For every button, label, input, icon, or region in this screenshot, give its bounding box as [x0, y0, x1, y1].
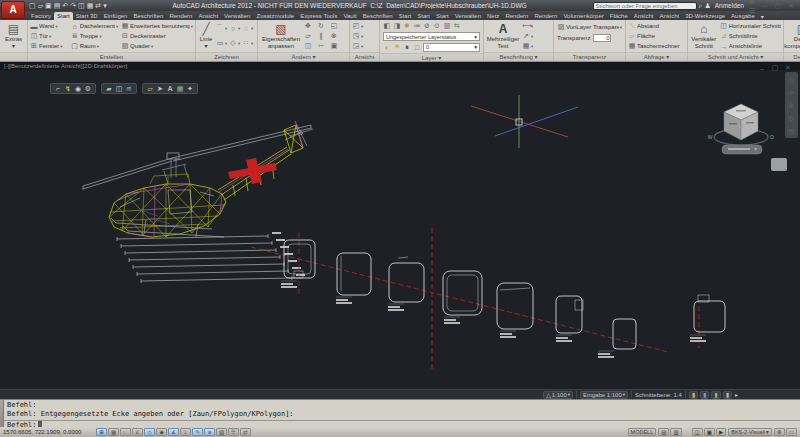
schieben-button[interactable]: ✥: [304, 21, 317, 30]
raster-toggle[interactable]: ▦: [108, 428, 119, 436]
pan-icon[interactable]: ✛: [788, 87, 796, 97]
ucs-world-icon[interactable]: ↯: [64, 84, 72, 94]
annotation-scale-button[interactable]: Eingabe 1:100 ▾: [580, 391, 628, 399]
kreis-button[interactable]: ○▾: [229, 24, 242, 33]
viewport-icon[interactable]: ◫: [115, 84, 123, 94]
osnap-settings-icon[interactable]: ✦: [186, 84, 194, 94]
flaeche-button[interactable]: ▱Fläche: [628, 31, 685, 41]
close-icon[interactable]: ✕: [787, 1, 797, 11]
ribbon-tab[interactable]: Rendern: [502, 12, 531, 20]
tuer-button[interactable]: ◫Tür▾: [30, 31, 69, 41]
vertikaler-schnitt-button[interactable]: ⌂ Vertikaler Schnitt: [690, 21, 718, 51]
panel-footer-zeichnen[interactable]: Zeichnen: [196, 52, 257, 61]
user-icon[interactable]: ♟: [704, 2, 710, 10]
ribbon-tab[interactable]: Start: [414, 12, 433, 20]
ucs-icon[interactable]: ⌐: [54, 84, 62, 94]
ribbon-tab[interactable]: Express Tools: [297, 12, 340, 20]
clean-screen-icon[interactable]: ▭: [786, 428, 797, 436]
schnelleigenschaften-toggle[interactable]: ☰: [228, 428, 239, 436]
search-icon[interactable]: ⌕: [699, 2, 703, 10]
annotation-visibility-icon[interactable]: ▮: [689, 391, 698, 399]
ribbon-tab[interactable]: Einfügen: [101, 12, 131, 20]
orbit-icon[interactable]: ↻: [788, 113, 796, 123]
dyn-eingabe-toggle[interactable]: ✎: [192, 428, 203, 436]
visual-style-icon[interactable]: ≋: [125, 84, 133, 94]
ribbon-tab[interactable]: Verwalten: [221, 12, 253, 20]
lock-icon[interactable]: ∎: [403, 42, 411, 52]
ribbon-tab[interactable]: Fläche: [607, 12, 631, 20]
layer-wechseln-icon[interactable]: ⇆: [453, 21, 461, 31]
search-input[interactable]: [593, 2, 697, 10]
qat-undo-icon[interactable]: ↶: [62, 1, 68, 11]
loeschen-button[interactable]: ⊗: [330, 31, 343, 40]
layer-isolieren-icon[interactable]: ✹: [403, 21, 411, 31]
detailkomponenten-button[interactable]: ▥ Detail­komponenten: [783, 21, 800, 51]
strecken-button[interactable]: ⇿: [317, 41, 330, 50]
bogen-button[interactable]: ⌒▾: [216, 24, 229, 33]
schnittlinie-button[interactable]: ⊿Schnittlinie: [720, 31, 781, 41]
deckenraster-button[interactable]: ⊟Deckenraster: [121, 31, 193, 41]
showmotion-icon[interactable]: ▤: [788, 126, 796, 136]
drawing-canvas[interactable]: N O S W [-][Benutzerdefinierte Ansicht][…: [0, 62, 800, 389]
ansichtfenster-button[interactable]: ◰▾: [352, 21, 376, 31]
ribbon-tab[interactable]: Start: [396, 12, 415, 20]
panel-footer-erstellen[interactable]: Erstellen: [28, 52, 195, 61]
annotation-auto-icon[interactable]: ▮: [700, 391, 709, 399]
ribbon-tab[interactable]: Rendern: [166, 12, 195, 20]
dwg-minimize-icon[interactable]: –: [758, 63, 766, 73]
drehen-button[interactable]: ↻: [317, 21, 330, 30]
ribbon-tab[interactable]: Volumenkörper: [560, 12, 606, 20]
bulb-icon[interactable]: ◐: [383, 42, 391, 52]
dachelement-button[interactable]: ⌂Dachelement▾: [71, 21, 119, 31]
qat-new-icon[interactable]: ▢: [29, 1, 36, 11]
quickview-drawings-icon[interactable]: ▣: [704, 428, 715, 436]
ribbon-tab[interactable]: Ansicht: [195, 12, 221, 20]
polygon-button[interactable]: ◇▾: [229, 39, 242, 48]
display-config-icon[interactable]: ▮: [711, 391, 720, 399]
ucs-origin-icon[interactable]: ◉: [74, 84, 82, 94]
ribbon-tab[interactable]: Start: [433, 12, 452, 20]
color-swatch-icon[interactable]: □: [413, 42, 421, 52]
navigation-bar-menu[interactable]: [771, 158, 787, 171]
panel-footer-beschriftung[interactable]: Beschriftung ▾: [484, 52, 553, 61]
ribbon-tab[interactable]: Ansicht: [656, 12, 682, 20]
steering-wheel-icon[interactable]: ◎: [788, 74, 796, 84]
autoplay-icon[interactable]: ▶: [716, 428, 726, 436]
qat-plot-icon[interactable]: ▤: [54, 1, 61, 11]
qat-redo-icon[interactable]: ↷: [70, 1, 76, 11]
layer-zuordnen-icon[interactable]: ≔: [413, 21, 421, 31]
panel-footer-transparenz[interactable]: Transparenz: [554, 52, 625, 61]
grid-style-icon[interactable]: ▦: [176, 84, 184, 94]
layout1-icon[interactable]: ▤: [658, 428, 669, 436]
transparenz-input[interactable]: 0: [593, 34, 611, 42]
isolate-objects-icon[interactable]: ▮: [723, 391, 732, 399]
select-icon[interactable]: ➤: [156, 84, 164, 94]
horizontaler-schnitt-button[interactable]: ◫Horizontaler Schnitt: [720, 21, 781, 31]
ribbon-tab[interactable]: Start: [54, 12, 73, 20]
ansichtslinie-button[interactable]: →Ansichtslinie: [720, 41, 781, 51]
tabelle-button[interactable]: ▦▾: [522, 41, 533, 51]
polar-toggle[interactable]: ∠: [132, 428, 143, 436]
raster-button[interactable]: ▦Erweitertes benutzerspezifisches Raster…: [121, 21, 193, 31]
ribbon-tab[interactable]: Start 3D: [73, 12, 101, 20]
punkt-button[interactable]: ∷▾: [242, 39, 255, 48]
objektspur-toggle[interactable]: ∡: [168, 428, 179, 436]
fuehrungslinie-button[interactable]: ↗▾: [522, 31, 533, 41]
minimize-icon[interactable]: –: [761, 1, 771, 11]
layer-status-icon[interactable]: ▥: [443, 21, 451, 31]
objektfang-3d-toggle[interactable]: ◆: [156, 428, 167, 436]
skalieren-button[interactable]: ▣: [330, 41, 343, 50]
tab-overflow-icon[interactable]: ▾: [758, 13, 767, 20]
taschenrechner-button[interactable]: ▦Taschenrechner: [628, 41, 685, 51]
ribbon-tab[interactable]: Factory: [28, 12, 54, 20]
panel-footer-layer[interactable]: Layer ▾: [380, 53, 483, 61]
qat-sheetset-icon[interactable]: ◫: [78, 1, 85, 11]
viewport-scale-button[interactable]: △ 1:100 ▾: [543, 391, 573, 399]
auswahlwechsel-toggle[interactable]: ⇄: [240, 428, 251, 436]
vonlayer-transparenz-button[interactable]: ▨ VonLayer Transparenz ▾: [557, 22, 622, 32]
raum-button[interactable]: ▢Raum▾: [71, 41, 119, 51]
dyn-bks-toggle[interactable]: ⊥: [180, 428, 191, 436]
model-button[interactable]: MODELL: [628, 428, 657, 436]
cut-plane-label[interactable]: Schnittebene: 1.4: [635, 392, 682, 398]
fang-toggle[interactable]: ⊞: [96, 428, 107, 436]
